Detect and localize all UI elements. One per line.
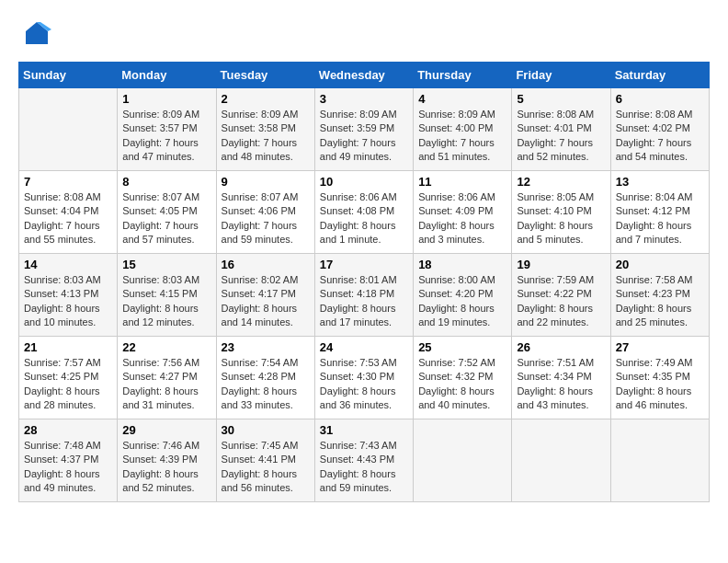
day-number: 26 — [517, 340, 605, 354]
day-number: 20 — [616, 258, 704, 271]
day-number: 29 — [122, 423, 210, 437]
calendar-cell — [414, 419, 512, 502]
calendar-cell: 4Sunrise: 8:09 AMSunset: 4:00 PMDaylight… — [414, 88, 512, 171]
day-info: Sunrise: 8:05 AMSunset: 4:10 PMDaylight:… — [517, 190, 605, 247]
day-info: Sunrise: 7:58 AMSunset: 4:23 PMDaylight:… — [616, 273, 704, 330]
day-info: Sunrise: 7:57 AMSunset: 4:25 PMDaylight:… — [24, 356, 112, 413]
calendar-cell: 10Sunrise: 8:06 AMSunset: 4:08 PMDayligh… — [314, 171, 413, 254]
calendar-cell: 5Sunrise: 8:08 AMSunset: 4:01 PMDaylight… — [512, 88, 610, 171]
day-info: Sunrise: 8:09 AMSunset: 3:57 PMDaylight:… — [122, 108, 210, 165]
calendar-cell: 3Sunrise: 8:09 AMSunset: 3:59 PMDaylight… — [314, 88, 413, 171]
day-info: Sunrise: 7:46 AMSunset: 4:39 PMDaylight:… — [122, 439, 210, 496]
day-number: 27 — [616, 340, 704, 354]
day-number: 30 — [222, 423, 310, 437]
calendar-week-row: 14Sunrise: 8:03 AMSunset: 4:13 PMDayligh… — [19, 254, 710, 337]
calendar-cell: 2Sunrise: 8:09 AMSunset: 3:58 PMDaylight… — [216, 88, 314, 171]
day-info: Sunrise: 7:59 AMSunset: 4:22 PMDaylight:… — [517, 273, 605, 330]
calendar-cell: 18Sunrise: 8:00 AMSunset: 4:20 PMDayligh… — [414, 254, 512, 337]
day-header-thursday: Thursday — [414, 63, 512, 88]
calendar-table: SundayMondayTuesdayWednesdayThursdayFrid… — [18, 62, 710, 502]
calendar-week-row: 21Sunrise: 7:57 AMSunset: 4:25 PMDayligh… — [19, 337, 710, 419]
calendar-cell: 31Sunrise: 7:43 AMSunset: 4:43 PMDayligh… — [314, 419, 413, 502]
calendar-cell: 28Sunrise: 7:48 AMSunset: 4:37 PMDayligh… — [19, 419, 118, 502]
day-number: 4 — [418, 92, 506, 106]
day-number: 2 — [222, 92, 310, 106]
day-info: Sunrise: 8:08 AMSunset: 4:04 PMDaylight:… — [24, 190, 112, 247]
calendar-cell: 26Sunrise: 7:51 AMSunset: 4:34 PMDayligh… — [512, 337, 610, 419]
day-info: Sunrise: 8:06 AMSunset: 4:08 PMDaylight:… — [320, 190, 408, 247]
day-info: Sunrise: 7:56 AMSunset: 4:27 PMDaylight:… — [122, 356, 210, 413]
calendar-cell: 14Sunrise: 8:03 AMSunset: 4:13 PMDayligh… — [19, 254, 118, 337]
day-number: 5 — [517, 92, 605, 106]
calendar-header-row: SundayMondayTuesdayWednesdayThursdayFrid… — [19, 63, 710, 88]
calendar-cell: 1Sunrise: 8:09 AMSunset: 3:57 PMDaylight… — [118, 88, 216, 171]
day-info: Sunrise: 8:03 AMSunset: 4:13 PMDaylight:… — [24, 273, 112, 330]
day-number: 31 — [320, 423, 408, 437]
day-number: 21 — [24, 340, 112, 354]
day-number: 19 — [517, 258, 605, 271]
day-number: 8 — [122, 175, 210, 189]
calendar-cell: 15Sunrise: 8:03 AMSunset: 4:15 PMDayligh… — [118, 254, 216, 337]
day-number: 17 — [320, 258, 408, 271]
day-info: Sunrise: 7:48 AMSunset: 4:37 PMDaylight:… — [24, 439, 112, 496]
day-number: 7 — [24, 175, 112, 189]
calendar-cell: 8Sunrise: 8:07 AMSunset: 4:05 PMDaylight… — [118, 171, 216, 254]
day-header-wednesday: Wednesday — [314, 63, 413, 88]
day-header-monday: Monday — [118, 63, 216, 88]
day-number: 6 — [616, 92, 704, 106]
calendar-cell: 12Sunrise: 8:05 AMSunset: 4:10 PMDayligh… — [512, 171, 610, 254]
day-number: 1 — [122, 92, 210, 106]
calendar-cell: 23Sunrise: 7:54 AMSunset: 4:28 PMDayligh… — [216, 337, 314, 419]
day-info: Sunrise: 7:54 AMSunset: 4:28 PMDaylight:… — [222, 356, 310, 413]
day-number: 24 — [320, 340, 408, 354]
day-number: 3 — [320, 92, 408, 106]
day-info: Sunrise: 8:07 AMSunset: 4:06 PMDaylight:… — [222, 190, 310, 247]
day-info: Sunrise: 7:53 AMSunset: 4:30 PMDaylight:… — [320, 356, 408, 413]
day-number: 10 — [320, 175, 408, 189]
day-number: 23 — [222, 340, 310, 354]
calendar-cell: 13Sunrise: 8:04 AMSunset: 4:12 PMDayligh… — [610, 171, 709, 254]
calendar-cell: 7Sunrise: 8:08 AMSunset: 4:04 PMDaylight… — [19, 171, 118, 254]
calendar-cell: 16Sunrise: 8:02 AMSunset: 4:17 PMDayligh… — [216, 254, 314, 337]
calendar-cell: 17Sunrise: 8:01 AMSunset: 4:18 PMDayligh… — [314, 254, 413, 337]
calendar-cell — [512, 419, 610, 502]
day-info: Sunrise: 8:07 AMSunset: 4:05 PMDaylight:… — [122, 190, 210, 247]
page-header — [18, 18, 710, 52]
day-info: Sunrise: 8:09 AMSunset: 3:58 PMDaylight:… — [222, 108, 310, 165]
calendar-cell: 24Sunrise: 7:53 AMSunset: 4:30 PMDayligh… — [314, 337, 413, 419]
day-info: Sunrise: 8:00 AMSunset: 4:20 PMDaylight:… — [418, 273, 506, 330]
day-number: 18 — [418, 258, 506, 271]
logo-icon — [22, 18, 51, 48]
calendar-cell: 30Sunrise: 7:45 AMSunset: 4:41 PMDayligh… — [216, 419, 314, 502]
calendar-cell: 6Sunrise: 8:08 AMSunset: 4:02 PMDaylight… — [610, 88, 709, 171]
day-number: 28 — [24, 423, 112, 437]
day-info: Sunrise: 8:09 AMSunset: 4:00 PMDaylight:… — [418, 108, 506, 165]
calendar-cell — [19, 88, 118, 171]
day-info: Sunrise: 7:43 AMSunset: 4:43 PMDaylight:… — [320, 439, 408, 496]
day-info: Sunrise: 8:03 AMSunset: 4:15 PMDaylight:… — [122, 273, 210, 330]
day-info: Sunrise: 8:08 AMSunset: 4:02 PMDaylight:… — [616, 108, 704, 165]
day-header-tuesday: Tuesday — [216, 63, 314, 88]
calendar-cell — [610, 419, 709, 502]
day-number: 15 — [122, 258, 210, 271]
day-number: 16 — [222, 258, 310, 271]
day-header-sunday: Sunday — [19, 63, 118, 88]
day-number: 25 — [418, 340, 506, 354]
day-info: Sunrise: 8:01 AMSunset: 4:18 PMDaylight:… — [320, 273, 408, 330]
calendar-cell: 25Sunrise: 7:52 AMSunset: 4:32 PMDayligh… — [414, 337, 512, 419]
calendar-body: 1Sunrise: 8:09 AMSunset: 3:57 PMDaylight… — [19, 88, 710, 502]
calendar-cell: 27Sunrise: 7:49 AMSunset: 4:35 PMDayligh… — [610, 337, 709, 419]
day-info: Sunrise: 8:09 AMSunset: 3:59 PMDaylight:… — [320, 108, 408, 165]
day-info: Sunrise: 7:51 AMSunset: 4:34 PMDaylight:… — [517, 356, 605, 413]
day-info: Sunrise: 8:06 AMSunset: 4:09 PMDaylight:… — [418, 190, 506, 247]
calendar-cell: 19Sunrise: 7:59 AMSunset: 4:22 PMDayligh… — [512, 254, 610, 337]
day-info: Sunrise: 7:52 AMSunset: 4:32 PMDaylight:… — [418, 356, 506, 413]
calendar-week-row: 28Sunrise: 7:48 AMSunset: 4:37 PMDayligh… — [19, 419, 710, 502]
day-info: Sunrise: 7:45 AMSunset: 4:41 PMDaylight:… — [222, 439, 310, 496]
day-number: 22 — [122, 340, 210, 354]
calendar-cell: 11Sunrise: 8:06 AMSunset: 4:09 PMDayligh… — [414, 171, 512, 254]
day-header-saturday: Saturday — [610, 63, 709, 88]
day-number: 13 — [616, 175, 704, 189]
calendar-cell: 29Sunrise: 7:46 AMSunset: 4:39 PMDayligh… — [118, 419, 216, 502]
calendar-cell: 20Sunrise: 7:58 AMSunset: 4:23 PMDayligh… — [610, 254, 709, 337]
